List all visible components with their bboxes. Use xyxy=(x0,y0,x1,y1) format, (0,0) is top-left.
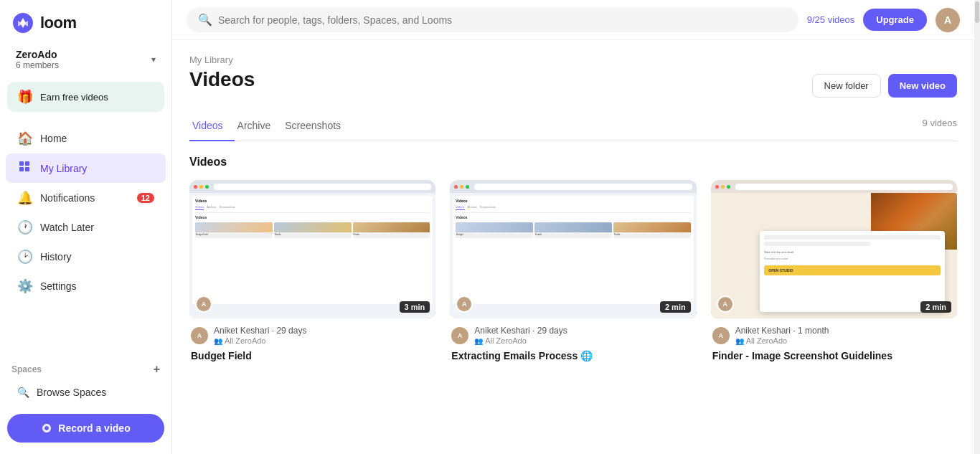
upgrade-button[interactable]: Upgrade xyxy=(863,9,927,31)
search-input[interactable] xyxy=(218,14,787,26)
svg-rect-2 xyxy=(19,167,24,171)
thumb-avatar-3: A xyxy=(717,295,734,313)
page-title: Videos xyxy=(189,68,255,91)
loom-logo-icon xyxy=(11,11,34,34)
duration-badge-3: 2 min xyxy=(920,301,951,313)
add-space-button[interactable]: + xyxy=(154,364,160,375)
user-avatar[interactable]: A xyxy=(936,8,960,32)
workspace-info: ZeroAdo 6 members xyxy=(16,49,59,70)
video-thumbnail-2: Videos Videos Archive Screenshots Videos xyxy=(450,180,696,318)
sidebar: loom ZeroAdo 6 members ▾ 🎁 Earn free vid… xyxy=(0,0,172,454)
gear-icon: ⚙️ xyxy=(17,278,32,294)
duration-badge-2: 2 min xyxy=(660,301,691,313)
sidebar-item-my-library[interactable]: My Library xyxy=(6,153,166,183)
sidebar-item-settings[interactable]: ⚙️ Settings xyxy=(6,272,166,301)
videos-count-label: 9 videos xyxy=(923,118,957,137)
author-info-2: Aniket Keshari · 29 days 👥 All ZeroAdo xyxy=(474,326,567,345)
history-icon: 🕑 xyxy=(17,249,32,265)
logo-text: loom xyxy=(40,14,77,32)
sidebar-nav: 🏠 Home My Library 🔔 Notifications 12 🕐 W… xyxy=(0,118,171,356)
video-title-3: Finder - Image Screenshot Guidelines xyxy=(712,349,956,362)
earn-free-label: Earn free videos xyxy=(40,92,108,103)
video-thumbnail-3: Take it to the next level Personalize yo… xyxy=(711,180,957,318)
title-emoji-2: 🌐 xyxy=(580,350,593,361)
author-workspace-3: 👥 All ZeroAdo xyxy=(735,336,829,345)
scrollbar-thumb xyxy=(975,1,979,23)
clock-icon: 🕐 xyxy=(17,219,32,235)
workspace-icon-2: 👥 xyxy=(474,337,483,345)
author-info-3: Aniket Keshari · 1 month 👥 All ZeroAdo xyxy=(735,326,829,345)
chevron-down-icon: ▾ xyxy=(151,55,156,65)
notification-badge: 12 xyxy=(137,193,154,203)
video-grid: Videos Videos Archive Screenshots Videos xyxy=(189,180,957,366)
video-count-link[interactable]: 9/25 videos xyxy=(807,14,855,25)
workspace-icon-3: 👥 xyxy=(735,337,744,345)
search-spaces-icon: 🔍 xyxy=(17,387,29,398)
svg-rect-0 xyxy=(19,161,24,166)
author-name-1: Aniket Keshari · 29 days xyxy=(214,326,306,336)
thumb-studio-overlay: Take it to the next level Personalize yo… xyxy=(760,231,945,313)
author-name-3: Aniket Keshari · 1 month xyxy=(735,326,829,336)
video-card-1[interactable]: Videos Videos Archive Screenshots Videos xyxy=(189,180,435,366)
video-meta-3: A Aniket Keshari · 1 month 👥 All ZeroAdo… xyxy=(711,318,957,366)
new-video-button[interactable]: New video xyxy=(888,74,957,98)
author-workspace-1: 👥 All ZeroAdo xyxy=(214,336,306,345)
search-bar[interactable]: 🔍 xyxy=(187,7,798,32)
logo-area: loom xyxy=(0,0,171,43)
svg-rect-3 xyxy=(25,167,29,171)
earn-free-videos-banner[interactable]: 🎁 Earn free videos xyxy=(7,82,164,112)
spaces-section-header: Spaces + xyxy=(0,356,171,379)
video-title-2: Extracting Emails Process 🌐 xyxy=(451,349,694,362)
content-area: My Library Videos New folder New video V… xyxy=(172,40,974,454)
record-video-button[interactable]: Record a video xyxy=(7,414,164,443)
browse-spaces-label: Browse Spaces xyxy=(37,387,106,398)
video-thumbnail-1: Videos Videos Archive Screenshots Videos xyxy=(189,180,435,318)
author-avatar-2: A xyxy=(451,327,468,344)
video-count-display: 9/25 videos xyxy=(807,14,855,25)
sidebar-item-watch-later[interactable]: 🕐 Watch Later xyxy=(6,213,166,242)
svg-rect-1 xyxy=(25,161,29,166)
workspace-icon-1: 👥 xyxy=(214,337,222,345)
spaces-section-label: Spaces xyxy=(11,364,42,374)
author-avatar-1: A xyxy=(191,327,208,344)
author-info-1: Aniket Keshari · 29 days 👥 All ZeroAdo xyxy=(214,326,306,345)
video-meta-2: A Aniket Keshari · 29 days 👥 All ZeroAdo… xyxy=(450,318,696,366)
browse-spaces-item[interactable]: 🔍 Browse Spaces xyxy=(6,380,166,405)
video-card-2[interactable]: Videos Videos Archive Screenshots Videos xyxy=(450,180,696,366)
thumb-avatar-2: A xyxy=(456,295,473,313)
content-header: Videos New folder New video xyxy=(189,68,957,103)
sidebar-item-settings-label: Settings xyxy=(40,280,154,292)
author-workspace-2: 👥 All ZeroAdo xyxy=(474,336,567,345)
videos-section-title: Videos xyxy=(189,156,957,169)
sidebar-item-notifications-label: Notifications xyxy=(40,192,128,204)
home-icon: 🏠 xyxy=(17,131,32,146)
sidebar-item-home-label: Home xyxy=(40,133,154,144)
topbar: 🔍 9/25 videos Upgrade A xyxy=(172,0,974,40)
tab-videos[interactable]: Videos xyxy=(189,114,235,141)
right-scrollbar[interactable] xyxy=(974,0,980,454)
record-icon xyxy=(41,422,52,434)
workspace-members: 6 members xyxy=(16,60,59,70)
duration-badge-1: 3 min xyxy=(400,301,430,313)
breadcrumb: My Library xyxy=(189,55,957,65)
tab-screenshots[interactable]: Screenshots xyxy=(282,114,352,141)
sidebar-item-history-label: History xyxy=(40,251,154,263)
thumb-avatar-1: A xyxy=(195,295,212,313)
sidebar-item-history[interactable]: 🕑 History xyxy=(6,242,166,271)
workspace-name: ZeroAdo xyxy=(16,49,59,60)
sidebar-item-my-library-label: My Library xyxy=(40,163,154,174)
video-title-1: Budget Field xyxy=(191,349,434,362)
workspace-selector[interactable]: ZeroAdo 6 members ▾ xyxy=(6,43,166,76)
sidebar-item-home[interactable]: 🏠 Home xyxy=(6,124,166,153)
record-video-label: Record a video xyxy=(58,422,130,434)
video-card-3[interactable]: Take it to the next level Personalize yo… xyxy=(711,180,957,366)
sidebar-item-notifications[interactable]: 🔔 Notifications 12 xyxy=(6,184,166,212)
new-folder-button[interactable]: New folder xyxy=(812,74,881,98)
sidebar-item-watch-later-label: Watch Later xyxy=(40,222,154,233)
video-author-row-3: A Aniket Keshari · 1 month 👥 All ZeroAdo xyxy=(712,326,956,345)
author-name-2: Aniket Keshari · 29 days xyxy=(474,326,567,336)
library-icon xyxy=(17,160,32,176)
content-tabs: Videos Archive Screenshots 9 videos xyxy=(189,114,957,141)
gift-icon: 🎁 xyxy=(17,89,33,105)
tab-archive[interactable]: Archive xyxy=(235,114,283,141)
